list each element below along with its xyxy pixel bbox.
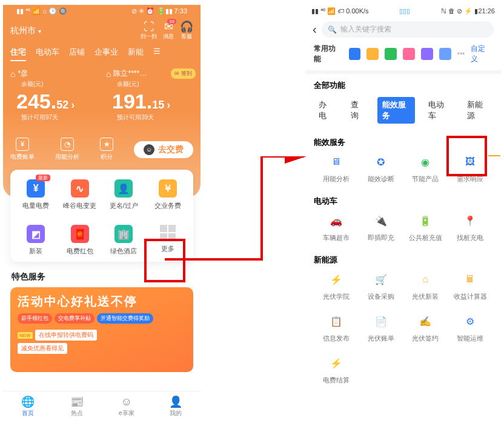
feature-label: 电费红包 bbox=[67, 247, 93, 256]
feature-电量电费[interactable]: 最新¥电量电费 bbox=[14, 177, 58, 213]
bottom-nav: 🌐首页 📰热点 ☺e享家 👤我的 bbox=[3, 391, 201, 421]
account-card-2[interactable]: ✉ 签到 ⌂陈立****… 余额(元) 191.15› 预计可用39天 bbox=[106, 68, 193, 122]
feature-icon: ◩ bbox=[27, 225, 45, 243]
messages-button[interactable]: ✉39消息 bbox=[163, 21, 174, 41]
tab-home[interactable]: 住宅 bbox=[10, 47, 26, 61]
bill-button[interactable]: ¥电费账单 bbox=[10, 138, 35, 161]
bot-icon: ☺ bbox=[144, 144, 154, 155]
new-badge: 最新 bbox=[36, 175, 50, 181]
service-icon: 📄 bbox=[372, 312, 390, 330]
service-光伏签约[interactable]: ✍光伏签约 bbox=[403, 312, 448, 343]
feature-新装[interactable]: ◩新装 bbox=[14, 222, 58, 258]
feature-更名/过户[interactable]: 👤更名/过户 bbox=[102, 177, 146, 213]
service-label: 智能运维 bbox=[457, 334, 483, 343]
home-icon: ⌂ bbox=[10, 69, 15, 79]
service-公共桩充值[interactable]: 🔋公共桩充值 bbox=[403, 211, 448, 242]
nav-ehome[interactable]: ☺e享家 bbox=[102, 391, 151, 421]
fav-icon[interactable] bbox=[403, 48, 415, 60]
tab-shop[interactable]: 店铺 bbox=[69, 47, 85, 61]
feature-label: 绿色酒店 bbox=[110, 247, 137, 256]
service-label: 用能分析 bbox=[323, 175, 350, 184]
city-name: 杭州市 bbox=[10, 25, 36, 36]
back-button[interactable]: ‹ bbox=[313, 22, 317, 36]
fav-icon[interactable] bbox=[421, 48, 433, 60]
home-icon: ⌂ bbox=[106, 69, 111, 79]
hero-tabs: 住宅 电动车 店铺 企事业 新能 ☰ bbox=[10, 47, 193, 61]
chevron-down-icon: ▾ bbox=[38, 28, 41, 35]
search-input[interactable]: 🔍 输入关键字搜索 bbox=[322, 21, 494, 38]
feature-电费红包[interactable]: 🧧电费红包 bbox=[58, 222, 102, 258]
chevron-right-icon: › bbox=[167, 99, 170, 111]
sign-in-button[interactable]: ✉ 签到 bbox=[171, 68, 196, 79]
feature-label: 新装 bbox=[29, 247, 42, 256]
feature-峰谷电变更[interactable]: ∿峰谷电变更 bbox=[58, 177, 102, 213]
tab-enterprise[interactable]: 企事业 bbox=[94, 47, 118, 61]
cat-tab[interactable]: 电动车 bbox=[423, 97, 454, 124]
status-bar: ▮▮ ⁴⁶ 📶 🏷 0.00K/s ▯▯▯ ℕ 🗑 ⊘ ⚡ ▮21:26 bbox=[305, 5, 501, 18]
service-icon: 📋 bbox=[327, 312, 345, 330]
service-icon: 🚗 bbox=[327, 211, 345, 230]
feature-icon: ∿ bbox=[71, 179, 89, 198]
nav-news[interactable]: 📰热点 bbox=[53, 391, 102, 421]
cat-tab[interactable]: 查询 bbox=[346, 97, 370, 124]
service-icon: 🔋 bbox=[416, 211, 434, 230]
service-label: 光伏新装 bbox=[412, 292, 439, 301]
status-left: ▮▮ ⁴⁶ 📶 ⌂ 🕒 🔘 bbox=[16, 7, 67, 15]
service-label: 电费结算 bbox=[323, 376, 350, 385]
usage-button[interactable]: ◔用能分析 bbox=[55, 138, 79, 161]
service-信息发布[interactable]: 📋信息发布 bbox=[314, 312, 359, 343]
fav-icon[interactable] bbox=[385, 48, 397, 60]
service-label: 光伏签约 bbox=[412, 334, 439, 343]
badge: 39 bbox=[167, 19, 176, 24]
account-card-1[interactable]: ⌂*彦 余额(元) 245.52› 预计可用97天 bbox=[10, 68, 98, 122]
scan-button[interactable]: ⛶扫一扫 bbox=[141, 21, 157, 41]
promo-banner[interactable]: 活动中心好礼送不停 新手领红包 交电费享补贴 开通智能交费得奖励 NEW 在线申… bbox=[10, 287, 193, 372]
feature-label: 电量电费 bbox=[22, 201, 49, 210]
service-icon: ⚙ bbox=[461, 312, 479, 330]
nav-me[interactable]: 👤我的 bbox=[151, 391, 201, 421]
cat-tab-active[interactable]: 能效服务 bbox=[377, 97, 414, 124]
fav-icon[interactable] bbox=[349, 48, 361, 60]
nav-home[interactable]: 🌐首页 bbox=[3, 391, 53, 421]
service-智能运维[interactable]: ⚙智能运维 bbox=[448, 312, 492, 343]
globe-icon: 🌐 bbox=[21, 395, 35, 408]
service-label: 节能产品 bbox=[412, 175, 439, 184]
service-找桩充电[interactable]: 📍找桩充电 bbox=[448, 211, 492, 242]
tab-new-energy[interactable]: 新能 bbox=[128, 47, 144, 61]
service-光伏账单[interactable]: 📄光伏账单 bbox=[359, 312, 403, 343]
service-label: 公共桩充值 bbox=[409, 233, 442, 242]
service-label: 收益计算器 bbox=[454, 292, 487, 301]
service-能效诊断[interactable]: ✪能效诊断 bbox=[359, 153, 403, 184]
fav-icon[interactable] bbox=[439, 48, 451, 60]
service-即插即充[interactable]: 🔌即插即充 bbox=[359, 211, 403, 242]
status-right: ⊘ ✳ ⏰ 🔋▮▮ 7:33 bbox=[131, 7, 187, 15]
service-设备采购[interactable]: 🛒设备采购 bbox=[359, 270, 403, 301]
service-电费结算[interactable]: ⚡电费结算 bbox=[314, 354, 359, 385]
service-icon: 🔌 bbox=[372, 211, 390, 230]
feature-绿色酒店[interactable]: 🏢绿色酒店 bbox=[102, 222, 146, 258]
city-selector[interactable]: 杭州市 ▾ bbox=[10, 25, 41, 36]
service-icon: ⚡ bbox=[327, 354, 345, 372]
tab-ev[interactable]: 电动车 bbox=[36, 47, 59, 61]
fav-icon[interactable] bbox=[366, 48, 379, 60]
service-label: 光伏学院 bbox=[323, 292, 350, 301]
pointer-line bbox=[488, 155, 500, 156]
points-button[interactable]: ★积分 bbox=[100, 138, 113, 161]
menu-icon[interactable]: ☰ bbox=[153, 47, 161, 61]
service-icon: ✍ bbox=[416, 312, 434, 330]
service-收益计算器[interactable]: 🖩收益计算器 bbox=[448, 270, 492, 301]
cat-tab[interactable]: 新能源 bbox=[462, 97, 492, 124]
pay-button[interactable]: ☺去交费 bbox=[134, 141, 193, 158]
cat-tab[interactable]: 办电 bbox=[314, 97, 337, 124]
customize-link[interactable]: 自定义 bbox=[471, 44, 492, 64]
service-节能产品[interactable]: ◉节能产品 bbox=[403, 153, 448, 184]
service-icon: ⌂ bbox=[416, 270, 434, 288]
service-label: 信息发布 bbox=[323, 334, 350, 343]
support-button[interactable]: 🎧客服 bbox=[180, 21, 193, 41]
chevron-right-icon: › bbox=[71, 99, 75, 111]
service-icon: 🛒 bbox=[372, 270, 390, 288]
service-光伏新装[interactable]: ⌂光伏新装 bbox=[403, 270, 448, 301]
service-label: 车辆超市 bbox=[323, 233, 350, 242]
star-icon: ★ bbox=[100, 138, 113, 151]
section-new-energy: 新能源 ⚡光伏学院🛒设备采购⌂光伏新装🖩收益计算器📋信息发布📄光伏账单✍光伏签约… bbox=[305, 245, 501, 387]
